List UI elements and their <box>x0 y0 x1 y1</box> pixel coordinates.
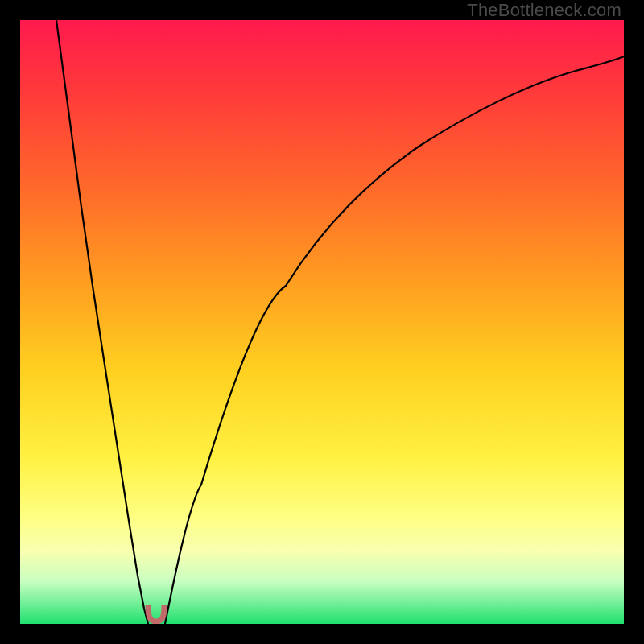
curve-left-branch <box>56 20 148 624</box>
plot-area <box>20 20 624 624</box>
chart-frame: TheBottleneck.com <box>0 0 644 644</box>
bottleneck-curve <box>20 20 624 624</box>
curve-right-branch <box>165 56 624 624</box>
minimum-marker <box>144 605 168 624</box>
watermark-text: TheBottleneck.com <box>467 0 621 21</box>
u-shape-icon <box>148 606 164 621</box>
